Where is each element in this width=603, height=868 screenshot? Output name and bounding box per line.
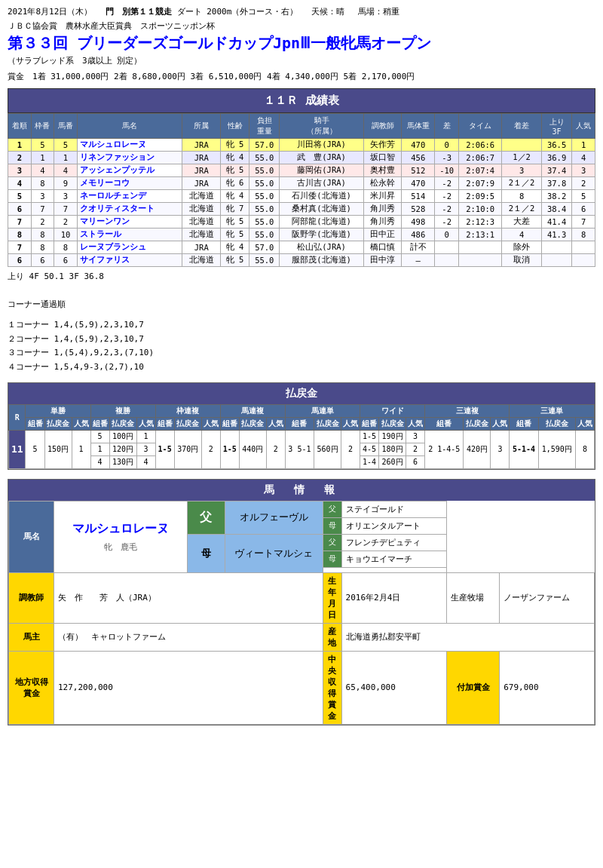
father-father: ステイゴールド (341, 501, 447, 517)
payout-sanrenfuku-amt: 420円 (464, 430, 491, 468)
payout-fukusho-label: 複勝 (90, 404, 155, 417)
horse-info-table: 馬名 マルシュロレーヌ 牝 鹿毛 父 オルフェーヴル 父 ステイゴールド 母 オ… (8, 501, 595, 725)
track: 馬場：稍重 (358, 7, 399, 17)
birthday-value: 2016年2月4日 (341, 572, 447, 623)
payout-umaren-label: 馬連複 (220, 404, 285, 417)
bonus-prize-label: 付加賞金 (447, 651, 500, 724)
payout-wide-num1: 1-5 (360, 430, 379, 443)
table-cell: 大差 (502, 216, 542, 229)
payout-sanrenfuku-num: 2 1-4-5 (425, 430, 464, 468)
table-cell: JRA (182, 241, 221, 254)
table-cell: リネンファッション (77, 152, 182, 164)
table-cell: サイファリス (77, 254, 182, 267)
table-cell: 36.9 (541, 152, 571, 164)
table-cell: 5 (31, 139, 54, 152)
table-cell: 8 (31, 241, 54, 254)
table-cell: 3 (8, 164, 32, 177)
table-cell: 10 (54, 229, 78, 241)
payout-sub-pop8: 人気 (575, 417, 594, 430)
table-cell: 55.0 (249, 254, 280, 267)
horse-info-section: 馬 情 報 馬名 マルシュロレーヌ 牝 鹿毛 父 オルフェーヴル 父 ステイゴー… (8, 479, 595, 725)
payout-fukusho-pop3: 4 (136, 455, 155, 468)
col-frame: 枠番 (31, 114, 54, 139)
payout-fukusho-amt1: 100円 (109, 430, 136, 443)
bonus-prize-value: 679,000 (500, 651, 595, 724)
race-type: ダート 2000m（外コース・右） (177, 7, 298, 17)
payout-wakuren-label: 枠連複 (155, 404, 220, 417)
payout-umarentan-label: 馬連単 (285, 404, 360, 417)
table-cell: 8 (31, 229, 54, 241)
table-cell: メモリーコウ (77, 177, 182, 190)
table-cell: JRA (182, 177, 221, 190)
payout-sub-amt1: 払戻金 (44, 417, 72, 430)
father-father-label: 父 (323, 501, 341, 517)
payout-umarentan-amt: 560円 (314, 430, 341, 468)
table-cell: 57.0 (249, 139, 280, 152)
mother-father-label: 父 (323, 534, 341, 551)
table-cell: 2:06:7 (459, 152, 502, 164)
payout-wakuren-amt: 370円 (174, 430, 201, 468)
table-cell: 3 (572, 164, 595, 177)
payout-sub-num7: 組番 (425, 417, 464, 430)
table-cell (459, 241, 502, 254)
payout-sub-amt3: 払戻金 (174, 417, 201, 430)
table-cell: -2 (435, 190, 459, 203)
table-row: 8810ストラール北海道牝 555.0阪野学(北海道)田中正48602:13:1… (8, 229, 595, 241)
horse-info-header: 馬 情 報 (8, 480, 595, 501)
results-section: １１Ｒ 成績表 着順 枠番 馬番 馬名 所属 性齢 負担重量 騎手（所属） 調教… (8, 88, 595, 267)
table-cell: 0 (435, 139, 459, 152)
table-cell: 9 (54, 177, 78, 190)
birthday-label: 生年月日 (323, 572, 341, 623)
results-header: １１Ｒ 成績表 (8, 88, 595, 113)
payout-sub-pop2: 人気 (136, 417, 155, 430)
table-cell: JRA (182, 164, 221, 177)
payout-umarentan-pop: 2 (341, 430, 360, 468)
table-row: 489メモリーコウJRA牝 655.0古川吉(JRA)松永幹470-22:07:… (8, 177, 595, 190)
col-margin: 着差 (502, 114, 542, 139)
table-cell: 514 (402, 190, 435, 203)
table-cell: 桑村真(北海道) (280, 203, 363, 216)
table-cell: 7 (572, 216, 595, 229)
table-cell: 6 (572, 203, 595, 216)
table-cell (502, 139, 542, 152)
payout-sanrenfuku-pop: 3 (491, 430, 510, 468)
table-cell: 1 (54, 152, 78, 164)
table-cell (435, 254, 459, 267)
table-cell: 6 (8, 203, 32, 216)
table-cell: 角川秀 (363, 203, 402, 216)
table-cell: 北海道 (182, 216, 221, 229)
corner-item: ２コーナー 1,4,(5,9),2,3,10,7 (8, 333, 595, 347)
table-cell: 2:12:3 (459, 216, 502, 229)
agari: 上り 4F 50.1 3F 36.8 (8, 270, 595, 284)
payout-sanrentan-num: 5-1-4 (510, 430, 538, 468)
table-cell (541, 254, 571, 267)
col-sex-age: 性齢 (221, 114, 249, 139)
table-cell: 486 (402, 229, 435, 241)
col-bweight: 馬体重 (402, 114, 435, 139)
table-cell: 坂口智 (363, 152, 402, 164)
payout-umaren-num: 1-5 (220, 430, 239, 468)
table-cell: 北海道 (182, 190, 221, 203)
corner-item: １コーナー 1,4,(5,9),2,3,10,7 (8, 318, 595, 333)
table-cell: 2:07:4 (459, 164, 502, 177)
table-cell: 牝 5 (221, 139, 249, 152)
mother-mother-label: 母 (323, 551, 341, 567)
table-cell: 1 (31, 152, 54, 164)
corner-info: 上り 4F 50.1 3F 36.8 コーナー通過順 (8, 270, 595, 312)
table-row: 344アッシェンプッテルJRA牝 555.0藤岡佑(JRA)奥村豊512-102… (8, 164, 595, 177)
payout-sub-pop3: 人気 (201, 417, 220, 430)
horse-name: マルシュロレーヌ (58, 521, 183, 537)
table-cell: 牝 5 (221, 254, 249, 267)
payout-sanrentan-amt: 1,590円 (538, 430, 575, 468)
payout-tansho-num: 5 (26, 430, 44, 468)
table-cell: 奥村豊 (363, 164, 402, 177)
table-cell: 田中淳 (363, 254, 402, 267)
table-cell (459, 254, 502, 267)
table-cell: 3 (502, 164, 542, 177)
col-time: タイム (459, 114, 502, 139)
table-cell: マルシュロレーヌ (77, 139, 182, 152)
table-cell (572, 254, 595, 267)
sponsors: ＪＢＣ協会賞 農林水産大臣賞典 スポーツニッポン杯 (8, 20, 595, 32)
table-cell: 57.0 (249, 241, 280, 254)
table-cell: 38.2 (541, 190, 571, 203)
